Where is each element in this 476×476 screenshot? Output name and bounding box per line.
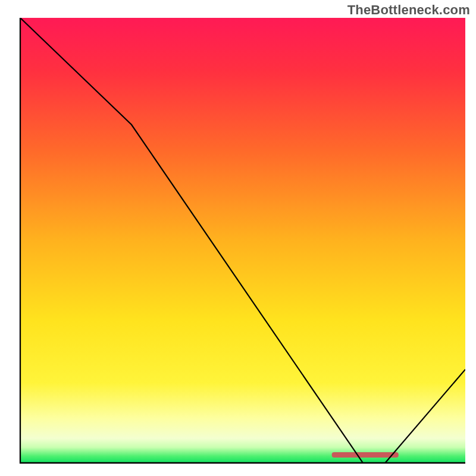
chart-container: TheBottleneck.com: [0, 0, 476, 476]
bottleneck-chart: [0, 0, 476, 476]
gradient-background: [20, 18, 465, 463]
watermark-text: TheBottleneck.com: [347, 2, 470, 18]
optimal-marker: [332, 452, 399, 458]
